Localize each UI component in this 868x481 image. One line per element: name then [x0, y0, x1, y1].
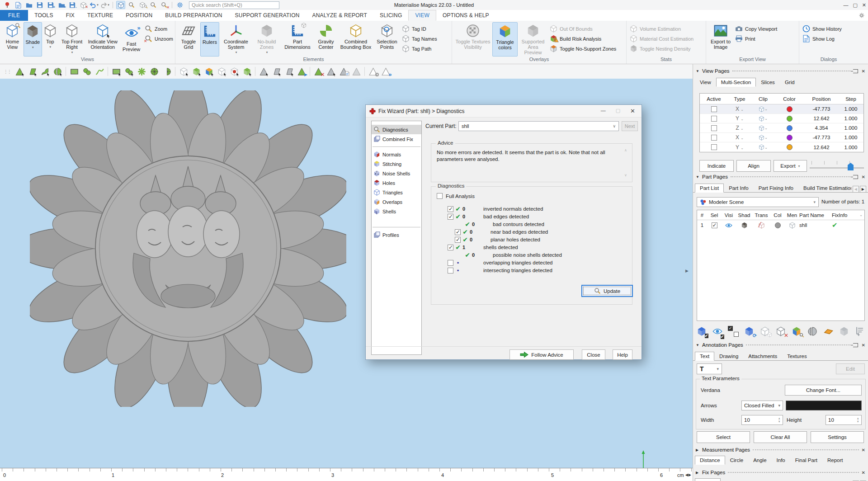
minimize-button[interactable]: — [843, 2, 848, 8]
view-pages-collapse-icon[interactable]: ▼ [696, 69, 702, 73]
text-tool-dropdown[interactable]: T▾ [697, 363, 722, 374]
change-font-button[interactable]: Change Font... [785, 385, 862, 396]
active-checkbox[interactable] [711, 106, 717, 112]
part-dimensions-button[interactable]: Part Dimensions [281, 22, 314, 57]
align-button[interactable]: Align [736, 160, 771, 172]
part-pages-collapse-icon[interactable]: ▼ [696, 175, 702, 179]
advice-scrollbar[interactable]: ∧∨ [623, 148, 628, 177]
model-render[interactable] [30, 90, 346, 407]
select-through-all-tool[interactable] [178, 66, 189, 77]
platform-icon[interactable] [821, 325, 835, 338]
tab-multi-section[interactable]: Multi-Section [716, 78, 756, 87]
tab-info[interactable]: Info [772, 456, 790, 465]
follow-advice-button[interactable]: Follow Advice [509, 349, 574, 360]
export-to-image-button[interactable]: Export to Image [708, 22, 733, 57]
brush-selection-tool[interactable] [123, 66, 135, 77]
mark-plane-tool[interactable] [26, 66, 38, 77]
zoom-button[interactable]: Zoom [143, 24, 173, 33]
tab-file[interactable]: FILE [0, 10, 28, 21]
tab-tools[interactable]: TOOLS [28, 10, 59, 21]
settings-gear-icon[interactable] [175, 1, 184, 9]
height-input[interactable]: 10∧∨ [826, 415, 862, 425]
toggle-visibility-selected-icon[interactable]: ✔ [711, 325, 724, 338]
active-checkbox[interactable] [711, 116, 717, 122]
nav-overlaps[interactable]: Overlaps [372, 197, 421, 207]
tab-text[interactable]: Text [695, 352, 714, 361]
tab-grid[interactable]: Grid [780, 78, 800, 87]
tab-fix[interactable]: FIX [60, 10, 81, 21]
undo-icon[interactable]: ▾ [90, 1, 99, 9]
scene-dropdown[interactable]: Modeler Scene▾ [697, 197, 819, 207]
part-select-checkbox[interactable] [712, 222, 717, 228]
part-pages-close-icon[interactable]: ✕ [862, 174, 865, 179]
shade-button[interactable]: Shade▾ [24, 22, 42, 57]
wheel-selection-tool[interactable] [148, 66, 160, 77]
grow-selection-tool[interactable]: ➤ [296, 66, 307, 77]
gravity-center-button[interactable]: Gravity Center [314, 22, 338, 57]
planar-holes-checkbox[interactable] [455, 237, 461, 243]
tab-autofix[interactable]: Autofix [695, 478, 721, 481]
current-part-dropdown[interactable]: shll∨ [458, 121, 619, 131]
ruler-scroll-icons[interactable]: ◀▶ [685, 473, 692, 477]
redo-icon[interactable]: ▾ [100, 1, 109, 9]
tab-slices[interactable]: Slices [756, 78, 780, 87]
section-row-2[interactable]: Y ⌄ ⌄ 12.642 1.000 [700, 114, 863, 123]
coordinate-system-button[interactable]: Coordinate System▾ [220, 22, 252, 57]
tab-support-generation[interactable]: SUPPORT GENERATION [229, 10, 306, 21]
fast-preview-button[interactable]: »Fast Preview [120, 22, 143, 57]
tab-build-time-estimation[interactable]: Build Time Estimation [798, 184, 852, 193]
tab-view[interactable]: View [695, 78, 716, 87]
render-mode-icon[interactable] [789, 222, 796, 229]
toggle-no-support-zones-button[interactable]: Toggle No-Support Zones [548, 44, 624, 53]
open-file-icon[interactable] [24, 1, 33, 9]
nav-triangles[interactable]: Triangles [372, 188, 421, 197]
tab-part-info[interactable]: Part Info [724, 184, 753, 193]
section-color-swatch[interactable] [787, 144, 793, 150]
ribbon-options-icon[interactable] [859, 12, 864, 18]
section-color-swatch[interactable] [787, 106, 793, 112]
pin-icon[interactable] [853, 343, 858, 347]
width-input[interactable]: 10∧∨ [741, 415, 783, 425]
close-button[interactable]: ✕ [862, 2, 866, 8]
near-bad-edges-checkbox[interactable] [455, 229, 461, 235]
settings-button[interactable]: Settings [811, 431, 864, 443]
dialog-maximize-button[interactable]: ▢ [616, 108, 620, 114]
import-icon[interactable]: + [57, 1, 66, 9]
tab-slicing[interactable]: SLICING [373, 10, 408, 21]
fix-pages-collapse-icon[interactable]: ▶ [696, 471, 702, 475]
arrow-color-swatch[interactable] [786, 401, 862, 410]
ellipse-selection-tool[interactable] [81, 66, 93, 77]
intersecting-checkbox[interactable] [448, 268, 453, 274]
dialog-minimize-button[interactable]: — [601, 108, 606, 114]
tab-triangle[interactable]: Triangle [764, 478, 793, 481]
indicate-button[interactable]: Indicate [699, 160, 734, 172]
tab-final-part[interactable]: Final Part [790, 456, 822, 465]
indicate-view-orientation-button[interactable]: Indicate View Orientation [86, 22, 119, 57]
clear-selection-tool[interactable]: ✕ [312, 66, 324, 77]
nav-normals[interactable]: Normals [372, 150, 421, 159]
active-checkbox[interactable] [711, 135, 717, 141]
part-row-shll[interactable]: 1 ╱ shll ✔ [697, 220, 864, 230]
combined-bounding-box-button[interactable]: Combined Bounding Box [338, 22, 373, 57]
select-noise-shell-tool[interactable] [228, 66, 240, 77]
tab-part-fixing-info[interactable]: Part Fixing Info [754, 184, 798, 193]
section-color-swatch[interactable] [787, 135, 793, 141]
view-pages-close-icon[interactable]: ✕ [862, 69, 865, 74]
delete-part-icon[interactable]: ✕ [774, 325, 788, 338]
search-input[interactable] [189, 1, 279, 9]
annotation-pages-collapse-icon[interactable]: ▼ [696, 343, 702, 347]
tab-options-help[interactable]: OPTIONS & HELP [436, 10, 495, 21]
nav-stitching[interactable]: Stitching [372, 159, 421, 169]
tabs-scroll-right-icon[interactable]: ▶ [860, 186, 866, 193]
top-view-button[interactable]: Top▾ [42, 22, 58, 57]
zoom-selection-icon[interactable]: ✕ [160, 1, 169, 9]
show-history-button[interactable]: Show History [801, 24, 855, 33]
clear-all-button[interactable]: Clear All [754, 431, 807, 443]
refresh-scene-icon[interactable]: ⟳ [742, 325, 756, 338]
star-selection-tool[interactable] [136, 66, 147, 77]
nav-profiles[interactable]: Profiles [372, 230, 421, 240]
section-row-3[interactable]: Z ⌄ ⌄ 4.354 1.000 [700, 123, 863, 133]
tab-overlap[interactable]: Overlap [814, 478, 842, 481]
print-button[interactable]: Print [734, 34, 788, 43]
zoom-fit-icon[interactable] [116, 1, 125, 9]
